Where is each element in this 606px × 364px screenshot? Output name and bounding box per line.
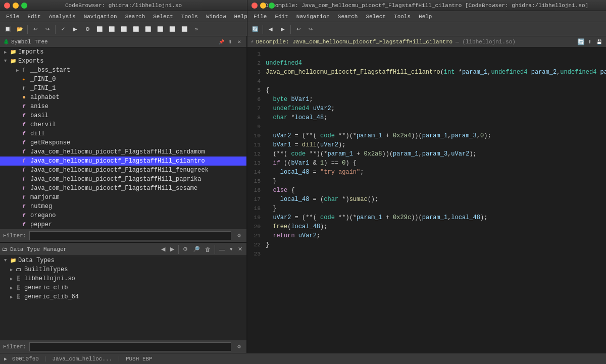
decompile-save-button[interactable]: 💾: [595, 38, 603, 46]
line-content-18: }: [266, 205, 277, 212]
tree-pin-button[interactable]: 📌: [217, 38, 225, 46]
minimize-button[interactable]: [13, 3, 19, 9]
dtm-options-button[interactable]: ⚙: [181, 245, 190, 254]
left-menu-analysis[interactable]: Analysis: [45, 13, 80, 21]
tree-nutmeg[interactable]: ▶ f nutmeg: [0, 202, 246, 211]
tree-cardamom[interactable]: ▶ f Java_com_hellocmu_picoctf_FlagstaffH…: [0, 147, 246, 157]
tree-anise[interactable]: ▶ f anise: [0, 102, 246, 111]
tb-b3[interactable]: ⬜: [118, 24, 129, 35]
close-button[interactable]: [4, 3, 10, 9]
right-menu-search[interactable]: Search: [334, 13, 362, 21]
left-menu-navigation[interactable]: Navigation: [80, 13, 121, 21]
right-tb-forward[interactable]: ▶: [277, 24, 288, 35]
right-menu-navigation[interactable]: Navigation: [292, 13, 334, 21]
dtm-forward-button[interactable]: ▶: [168, 245, 176, 254]
tb-b7[interactable]: ⬜: [167, 24, 178, 35]
right-menu-tools[interactable]: Tools: [390, 13, 415, 21]
tb-b4[interactable]: ⬜: [130, 24, 141, 35]
right-menu-edit[interactable]: Edit: [271, 13, 292, 21]
decompile-header: ⚡ Decompile: Java_com_hellocmu_picoctf_F…: [247, 36, 606, 47]
tb-more[interactable]: »: [191, 24, 202, 35]
dtm-close-button[interactable]: ✕: [236, 245, 244, 254]
left-menu-edit[interactable]: Edit: [23, 13, 44, 21]
dtm-root-label: Data Types: [18, 257, 55, 264]
right-tb-redo[interactable]: ↪: [305, 24, 316, 35]
maximize-button[interactable]: [21, 3, 27, 9]
dtm-generic-clib[interactable]: ▶ 🗄 generic_clib: [0, 283, 246, 292]
tree-basil[interactable]: ▶ f basil: [0, 111, 246, 120]
dtm-action2-button[interactable]: 🗑: [203, 245, 213, 254]
tree-alphabet[interactable]: ▶ ● alphabet: [0, 93, 246, 102]
dtm-generic-clib64[interactable]: ▶ 🗄 generic_clib_64: [0, 292, 246, 301]
tree-marjoram[interactable]: ▶ f marjoram: [0, 193, 246, 202]
right-menu-help[interactable]: Help: [415, 13, 436, 21]
tb-b5[interactable]: ⬜: [142, 24, 154, 35]
tree-chervil[interactable]: ▶ f chervil: [0, 120, 246, 129]
tree-export-button[interactable]: ⬆: [226, 38, 234, 46]
decompile-refresh-button[interactable]: 🔄: [577, 38, 585, 46]
left-menu-tools[interactable]: Tools: [177, 13, 202, 21]
tree-oregano[interactable]: ▶ f oregano: [0, 211, 246, 220]
tree-paprika[interactable]: ▶ f Java_com_hellocmu_picoctf_FlagstaffH…: [0, 175, 246, 184]
tree-fini0[interactable]: ▶ ✦ _FINI_0: [0, 75, 246, 84]
status-icon: ▶: [4, 356, 7, 362]
right-title-bar: Decompile: Java_com_hellocmu_picoctf_Fla…: [247, 0, 606, 11]
dtm-action1-button[interactable]: 🔎: [191, 245, 202, 254]
tree-cilantro[interactable]: ▶ f Java_com_hellocmu_picoctf_FlagstaffH…: [0, 157, 246, 166]
dtm-content[interactable]: ▼ 📁 Data Types ▶ 🗃 BuiltInTypes: [0, 256, 246, 340]
right-toolbar: 🔄 ◀ ▶ ↩ ↪: [247, 22, 606, 36]
tree-close-button[interactable]: ✕: [235, 38, 243, 46]
tb-b2[interactable]: ⬜: [106, 24, 117, 35]
tree-dill[interactable]: ▶ f dill: [0, 129, 246, 138]
right-window-controls[interactable]: [251, 3, 275, 9]
tb-settings[interactable]: ⚙: [82, 24, 93, 35]
tb-new[interactable]: 🔲: [2, 24, 13, 35]
tree-exports[interactable]: ▼ 📁 Exports: [0, 57, 246, 66]
tb-b1[interactable]: ⬜: [94, 24, 105, 35]
tb-undo[interactable]: ↩: [30, 24, 41, 35]
left-menu-select[interactable]: Select: [149, 13, 177, 21]
tb-b6[interactable]: ⬜: [155, 24, 166, 35]
symbol-tree-filter-input[interactable]: [29, 231, 231, 240]
tree-getresponse[interactable]: ▶ f getResponse: [0, 138, 246, 147]
dtm-builtin[interactable]: ▶ 🗃 BuiltInTypes: [0, 265, 246, 274]
code-area[interactable]: 1 2 undefined4 3 Java_com_hellocmu_picoc…: [247, 47, 606, 353]
tree-imports[interactable]: ▶ 📁 Imports: [0, 47, 246, 57]
dtm-root[interactable]: ▼ 📁 Data Types: [0, 256, 246, 265]
dtm-libhellojni[interactable]: ▶ 🗄 libhellojni.so: [0, 274, 246, 283]
dtm-minimize-button[interactable]: —: [217, 245, 227, 254]
right-menu-file[interactable]: File: [249, 13, 271, 21]
right-minimize-button[interactable]: [260, 3, 266, 9]
right-maximize-button[interactable]: [269, 3, 275, 9]
dtm-back-button[interactable]: ◀: [159, 245, 167, 254]
window-controls[interactable]: [4, 3, 27, 9]
imports-label: Imports: [18, 48, 43, 56]
tb-b8[interactable]: ⬜: [179, 24, 190, 35]
tree-sesame[interactable]: ▶ f Java_com_hellocmu_picoctf_FlagstaffH…: [0, 184, 246, 193]
tree-pepper[interactable]: ▶ f pepper: [0, 220, 246, 229]
decompile-export-button[interactable]: ⬆: [586, 38, 594, 46]
tb-redo[interactable]: ↪: [42, 24, 53, 35]
right-tb-refresh[interactable]: 🔄: [249, 24, 261, 35]
symbol-tree-content[interactable]: ▶ 📁 Imports ▼ 📁 Exports ▶: [0, 47, 246, 229]
tb-check[interactable]: ✓: [58, 24, 69, 35]
right-menu-select[interactable]: Select: [362, 13, 390, 21]
dtm-expand-button[interactable]: ▾: [228, 245, 235, 254]
tree-bss-start[interactable]: ▶ f __bss_start: [0, 66, 246, 75]
tree-fenugreek[interactable]: ▶ f Java_com_hellocmu_picoctf_FlagstaffH…: [0, 166, 246, 175]
filter-options-button[interactable]: ⚙: [234, 231, 243, 240]
right-title-text: Decompile: Java_com_hellocmu_picoctf_Fla…: [265, 3, 588, 9]
tb-run[interactable]: ▶: [70, 24, 81, 35]
line-num-19: 19: [247, 215, 266, 221]
right-tb-undo[interactable]: ↩: [293, 24, 304, 35]
right-tb-back[interactable]: ◀: [265, 24, 276, 35]
code-line-9: 9: [247, 122, 606, 131]
left-menu-window[interactable]: Window: [202, 13, 230, 21]
tree-fini1[interactable]: ▶ f _FINI_1: [0, 84, 246, 93]
left-menu-search[interactable]: Search: [121, 13, 149, 21]
dtm-filter-input[interactable]: [29, 342, 231, 351]
left-menu-file[interactable]: File: [2, 13, 23, 21]
tb-open[interactable]: 📂: [14, 24, 25, 35]
right-close-button[interactable]: [251, 3, 258, 9]
dtm-filter-options[interactable]: ⚙: [234, 342, 243, 351]
